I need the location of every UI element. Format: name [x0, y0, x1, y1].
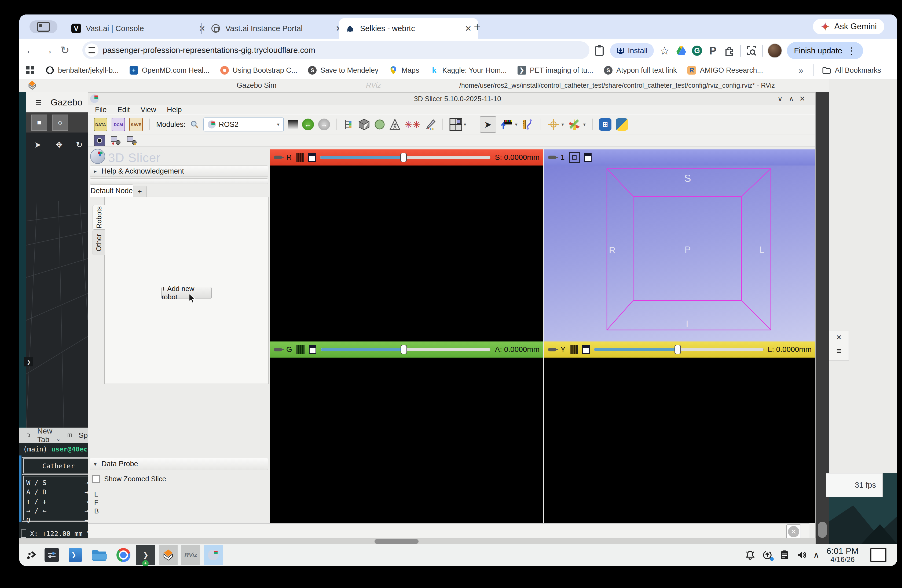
- center-view-icon[interactable]: [569, 152, 580, 163]
- volume-cube-icon[interactable]: [359, 119, 370, 130]
- help-acknowledgement-section[interactable]: ▸ Help & Acknowledgement: [90, 166, 268, 177]
- slicer-task-tile[interactable]: [204, 545, 223, 565]
- horizontal-scrollbar[interactable]: [19, 538, 816, 544]
- bookmark-amigo[interactable]: R AMIGO Research...: [687, 66, 763, 75]
- menu-edit[interactable]: Edit: [117, 106, 130, 114]
- translate-tool-icon[interactable]: ✥: [56, 140, 63, 149]
- mouse-mode-button[interactable]: ➤: [480, 116, 496, 133]
- tab-search-button[interactable]: [30, 20, 57, 33]
- slice-intersections-caret-icon[interactable]: ▾: [583, 122, 586, 127]
- slice-intersections-icon[interactable]: [568, 118, 581, 131]
- sphere-tool-button[interactable]: ○: [52, 114, 68, 131]
- bookmark-github[interactable]: benbalter/jekyll-b...: [45, 66, 119, 75]
- gazebo-menu-icon[interactable]: ≡: [35, 97, 41, 108]
- layout-caret-icon[interactable]: ▾: [464, 122, 466, 127]
- side-tab-other[interactable]: Other: [92, 230, 105, 255]
- pin-icon[interactable]: [548, 348, 556, 352]
- slice-menu-icon[interactable]: [582, 345, 590, 354]
- lens-search-icon[interactable]: [745, 45, 757, 56]
- side-tab-robots[interactable]: Robots: [92, 205, 105, 230]
- files-app-icon[interactable]: [92, 549, 107, 561]
- extensions-manager-icon[interactable]: ⊞: [599, 118, 611, 131]
- window-level-caret-icon[interactable]: ▾: [515, 122, 518, 127]
- show-zoomed-slice-checkbox[interactable]: [92, 475, 100, 483]
- tab-add-node[interactable]: +: [133, 186, 147, 197]
- install-button[interactable]: Install: [610, 43, 654, 58]
- markups-icon[interactable]: ✳✳: [405, 119, 421, 130]
- new-tab-button[interactable]: +: [474, 21, 481, 33]
- terminal-app-icon[interactable]: ❯_: [69, 548, 82, 562]
- box-tool-button[interactable]: ■: [31, 114, 47, 131]
- add-new-robot-button[interactable]: + Add new robot: [161, 287, 212, 299]
- module-back-icon[interactable]: ←: [302, 119, 314, 130]
- save-icon[interactable]: SAVE: [129, 118, 143, 131]
- screenshot-icon[interactable]: [94, 135, 105, 146]
- transforms-icon[interactable]: [390, 119, 400, 130]
- threed-view-controller[interactable]: 1: [544, 149, 815, 166]
- drive-extension-icon[interactable]: [675, 46, 687, 56]
- rotate-tool-icon[interactable]: ↻: [76, 140, 83, 149]
- data-probe-section[interactable]: ▾ Data Probe: [90, 458, 268, 470]
- slice-menu-icon[interactable]: [308, 153, 316, 162]
- vscroll-thumb[interactable]: [818, 522, 827, 538]
- extensions-puzzle-icon[interactable]: [723, 45, 735, 56]
- app-launcher-icon[interactable]: [23, 550, 39, 560]
- settings-icon[interactable]: [45, 548, 59, 562]
- show-desktop-button[interactable]: [870, 548, 886, 562]
- back-button[interactable]: ←: [22, 44, 39, 56]
- red-slice-controller[interactable]: R S: 0.0000mm: [270, 149, 543, 166]
- panel-menu-icon[interactable]: ≡: [829, 342, 849, 356]
- menu-file[interactable]: File: [95, 106, 107, 114]
- scene-view-icon[interactable]: [110, 136, 121, 145]
- pin-icon[interactable]: [548, 156, 556, 160]
- bookmark-bootstrap[interactable]: Using Bootstrap C...: [220, 66, 298, 75]
- notifications-bell-icon[interactable]: [745, 550, 755, 560]
- load-data-icon[interactable]: DATA: [94, 118, 107, 131]
- terminal-split-label[interactable]: Sp: [78, 431, 88, 439]
- reload-button[interactable]: ↻: [56, 44, 74, 56]
- module-selector[interactable]: ROS2 ▾: [204, 117, 284, 131]
- slice-visibility-icon[interactable]: [296, 345, 304, 354]
- tray-expand-icon[interactable]: ∧: [813, 550, 820, 560]
- yellow-slice-controller[interactable]: Y L: 0.0000mm: [544, 341, 815, 358]
- bookmark-mendeley[interactable]: S Save to Mendeley: [308, 66, 378, 75]
- finish-update-button[interactable]: Finish update ⋮: [787, 42, 863, 59]
- bookmark-openmd[interactable]: + OpenMD.com Heal...: [130, 66, 210, 75]
- subject-hierarchy-icon[interactable]: [343, 119, 354, 130]
- all-bookmarks-button[interactable]: All Bookmarks: [822, 66, 881, 75]
- new-tab-caret-icon[interactable]: ⌄: [56, 436, 61, 443]
- profile-avatar[interactable]: [767, 44, 782, 58]
- bookmark-pet-imaging[interactable]: ❯ PET imaging of tu...: [518, 66, 594, 75]
- tab-close-icon[interactable]: ✕: [465, 24, 472, 33]
- gazebo-viewport[interactable]: ➤ ✥ ↻: [26, 133, 88, 428]
- module-search-icon[interactable]: [190, 120, 199, 129]
- bookmark-atypon[interactable]: S Atypon full text link: [604, 66, 676, 75]
- terminal-task-tile[interactable]: ❯ +: [136, 545, 155, 565]
- green-slice-slider[interactable]: [321, 348, 491, 351]
- window-level-icon[interactable]: [501, 119, 513, 130]
- tab-vast-console[interactable]: V Vast.ai | Console ✕: [65, 18, 212, 39]
- close-panel-button[interactable]: ✕: [786, 524, 801, 538]
- threed-view[interactable]: S R P L I: [544, 166, 815, 341]
- scene-restore-icon[interactable]: [126, 136, 137, 145]
- yellow-slice-view[interactable]: [544, 358, 815, 523]
- clipboard-icon[interactable]: [594, 45, 605, 56]
- select-tool-icon[interactable]: ➤: [34, 140, 41, 149]
- p-extension-icon[interactable]: P: [707, 45, 719, 57]
- volume-icon[interactable]: [796, 550, 807, 560]
- taskbar-clock[interactable]: 6:01 PM 4/16/26: [827, 546, 858, 564]
- python-console-icon[interactable]: [616, 118, 628, 131]
- forward-button[interactable]: →: [39, 44, 56, 56]
- slice-visibility-icon[interactable]: [570, 345, 578, 354]
- updates-icon[interactable]: [762, 550, 773, 560]
- pin-icon[interactable]: [274, 156, 282, 160]
- pin-icon[interactable]: [274, 348, 282, 352]
- menu-view[interactable]: View: [141, 106, 156, 114]
- tab-default-node[interactable]: Default Node: [90, 184, 133, 197]
- tab-selkies[interactable]: Selkies - webrtc ✕: [339, 18, 478, 39]
- terminal-new-tab[interactable]: New Tab: [37, 427, 52, 444]
- site-settings-icon[interactable]: [85, 44, 99, 57]
- slice-menu-icon[interactable]: [309, 345, 316, 354]
- red-slice-view[interactable]: [270, 166, 543, 341]
- grammarly-extension-icon[interactable]: G: [692, 45, 702, 56]
